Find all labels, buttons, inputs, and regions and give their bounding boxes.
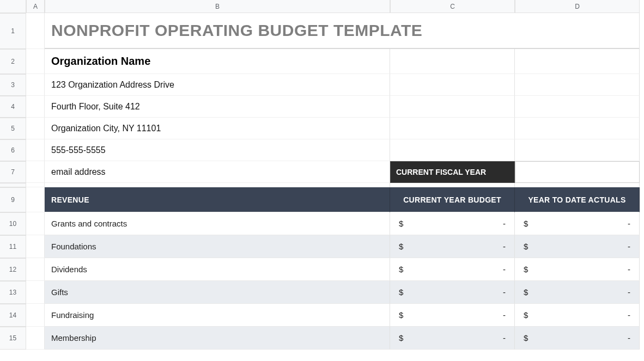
rownum-10[interactable]: 10 [0,212,26,235]
org-email[interactable]: email address [45,161,390,183]
col-header-A[interactable]: A [26,0,45,13]
currency-symbol: $ [399,265,403,274]
currency-symbol: $ [524,242,528,251]
cell-A3[interactable] [26,74,45,96]
budget-value: - [503,219,506,228]
revenue-label[interactable]: Grants and contracts [45,212,390,235]
cell-A8[interactable] [26,183,45,187]
col-header-B[interactable]: B [45,0,390,13]
budget-value: - [503,310,506,320]
cell-A9[interactable] [26,187,45,212]
currency-symbol: $ [524,265,528,274]
currency-symbol: $ [524,310,528,320]
cell-C4[interactable] [390,96,515,118]
rownum-8[interactable] [0,183,26,187]
budget-cell[interactable]: $ - [390,235,515,258]
revenue-label[interactable]: Foundations [45,235,390,258]
header-revenue: REVENUE [45,187,390,212]
budget-value: - [503,287,506,297]
cell-D8[interactable] [515,183,640,187]
actuals-cell[interactable]: $ - [515,258,640,281]
revenue-label[interactable]: Dividends [45,258,390,281]
cell-A12[interactable] [26,258,45,281]
fiscal-year-value[interactable] [515,161,640,183]
actuals-cell[interactable]: $ - [515,281,640,304]
actuals-cell[interactable]: $ - [515,304,640,327]
budget-cell[interactable]: $ - [390,212,515,235]
currency-symbol: $ [524,219,528,228]
revenue-label[interactable]: Membership [45,327,390,350]
currency-symbol: $ [399,242,403,251]
revenue-label[interactable]: Fundraising [45,304,390,327]
org-cityline[interactable]: Organization City, NY 11101 [45,118,390,139]
page-title[interactable]: NONPROFIT OPERATING BUDGET TEMPLATE [45,13,640,49]
budget-cell[interactable]: $ - [390,258,515,281]
cell-D4[interactable] [515,96,640,118]
budget-value: - [503,265,506,274]
col-header-C[interactable]: C [390,0,515,13]
rownum-15[interactable]: 15 [0,327,26,350]
rownum-5[interactable]: 5 [0,118,26,139]
budget-cell[interactable]: $ - [390,281,515,304]
cell-B8[interactable] [45,183,390,187]
rownum-11[interactable]: 11 [0,235,26,258]
currency-symbol: $ [399,333,403,342]
spreadsheet-grid: A B C D 1 NONPROFIT OPERATING BUDGET TEM… [0,0,644,350]
actuals-cell[interactable]: $ - [515,327,640,350]
cell-A15[interactable] [26,327,45,350]
org-phone[interactable]: 555-555-5555 [45,139,390,161]
actuals-value: - [628,333,630,342]
currency-symbol: $ [399,310,403,320]
rownum-6[interactable]: 6 [0,139,26,161]
grid-corner [0,0,26,13]
actuals-value: - [628,242,630,251]
header-actuals: YEAR TO DATE ACTUALS [515,187,640,212]
currency-symbol: $ [399,287,403,297]
cell-D5[interactable] [515,118,640,139]
rownum-13[interactable]: 13 [0,281,26,304]
cell-D6[interactable] [515,139,640,161]
actuals-cell[interactable]: $ - [515,212,640,235]
actuals-value: - [628,287,630,297]
rownum-12[interactable]: 12 [0,258,26,281]
rownum-9[interactable]: 9 [0,187,26,212]
cell-A10[interactable] [26,212,45,235]
org-addr2[interactable]: Fourth Floor, Suite 412 [45,96,390,118]
revenue-label[interactable]: Gifts [45,281,390,304]
cell-A7[interactable] [26,161,45,183]
cell-A13[interactable] [26,281,45,304]
currency-symbol: $ [399,219,403,228]
header-budget: CURRENT YEAR BUDGET [390,187,515,212]
cell-C6[interactable] [390,139,515,161]
fiscal-year-label: CURRENT FISCAL YEAR [390,161,515,183]
budget-cell[interactable]: $ - [390,304,515,327]
budget-value: - [503,333,506,342]
currency-symbol: $ [524,333,528,342]
rownum-2[interactable]: 2 [0,49,26,74]
rownum-14[interactable]: 14 [0,304,26,327]
col-header-D[interactable]: D [515,0,640,13]
cell-D2[interactable] [515,49,640,74]
actuals-cell[interactable]: $ - [515,235,640,258]
cell-A4[interactable] [26,96,45,118]
actuals-value: - [628,265,630,274]
rownum-3[interactable]: 3 [0,74,26,96]
org-addr1[interactable]: 123 Organization Address Drive [45,74,390,96]
cell-A1[interactable] [26,13,45,49]
cell-A2[interactable] [26,49,45,74]
cell-C2[interactable] [390,49,515,74]
rownum-1[interactable]: 1 [0,13,26,49]
budget-cell[interactable]: $ - [390,327,515,350]
cell-A11[interactable] [26,235,45,258]
cell-A14[interactable] [26,304,45,327]
cell-C5[interactable] [390,118,515,139]
cell-D3[interactable] [515,74,640,96]
cell-A5[interactable] [26,118,45,139]
cell-C8[interactable] [390,183,515,187]
budget-value: - [503,242,506,251]
cell-A6[interactable] [26,139,45,161]
org-name[interactable]: Organization Name [45,49,390,74]
rownum-7[interactable]: 7 [0,161,26,183]
rownum-4[interactable]: 4 [0,96,26,118]
cell-C3[interactable] [390,74,515,96]
